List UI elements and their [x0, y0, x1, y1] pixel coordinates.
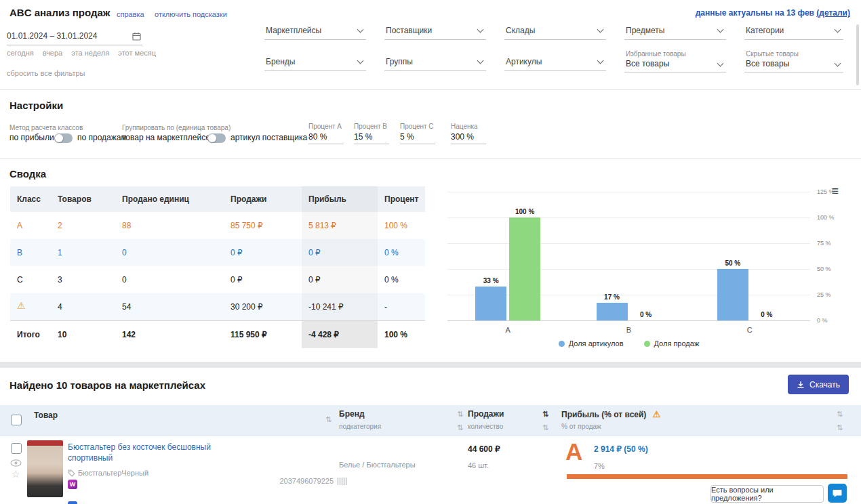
grouping-toggle[interactable]	[207, 133, 226, 143]
filter-subjects[interactable]: Предметы	[624, 23, 726, 40]
profit-header-label: Прибыль (% от всей)	[561, 410, 646, 419]
percent-cell: 0 %	[378, 266, 425, 293]
percent-a-input[interactable]	[308, 131, 344, 144]
product-image[interactable]	[27, 440, 63, 497]
actuality-details-link[interactable]: (детали)	[816, 8, 850, 18]
sales-cell: 0 ₽	[224, 266, 302, 293]
marketplace-badge-partial[interactable]	[68, 501, 77, 504]
chart-bar	[509, 217, 540, 320]
disable-hints-link[interactable]: отключить подсказки	[155, 10, 227, 18]
marketplace-badge-wildberries[interactable]: W	[68, 480, 77, 489]
calendar-icon[interactable]	[132, 31, 141, 43]
product-brand-category: Белье / Бюстгальтеры	[339, 461, 416, 469]
col-header-profit: Прибыль (% от всей) ⚠	[561, 409, 660, 419]
feedback-button[interactable]: Есть вопросы или предложения?	[710, 485, 824, 503]
help-link[interactable]: справка	[117, 10, 144, 18]
markup-input[interactable]	[451, 131, 486, 144]
chart-bar	[717, 269, 748, 320]
sort-icon[interactable]: ⇅	[542, 423, 548, 432]
barcode-icon	[338, 478, 347, 485]
product-profit-link[interactable]: 2 914 ₽ (50 %)	[594, 444, 648, 454]
products-cell: 4	[51, 293, 115, 320]
profit-share-bar	[567, 474, 847, 479]
date-range-input[interactable]	[7, 28, 127, 43]
sales-cell: 0 ₽	[224, 239, 302, 266]
legend-dot-icon	[644, 341, 650, 347]
quick-date-this-week[interactable]: эта неделя	[71, 49, 109, 57]
markup-label: Наценка	[451, 123, 478, 130]
col-header-product: Товар	[34, 411, 58, 420]
filter-label: Поставщики	[386, 26, 432, 35]
legend-item[interactable]: Доля артикулов	[559, 339, 624, 348]
chart-gridline	[447, 320, 810, 321]
filter-suppliers[interactable]: Поставщики	[384, 23, 486, 40]
chevron-down-icon	[717, 60, 724, 67]
date-range-field	[7, 28, 142, 45]
chart-gridline	[447, 243, 810, 244]
download-label: Скачать	[809, 380, 840, 390]
tag-icon	[68, 469, 75, 477]
star-icon[interactable]: ☆	[12, 469, 20, 480]
row-checkbox[interactable]	[11, 443, 22, 454]
reset-filters-link[interactable]: сбросить все фильтры	[7, 69, 85, 77]
col-header-percent: Процент	[378, 186, 425, 212]
filter-hidden-products[interactable]: Скрытые товары Все товары	[744, 50, 843, 72]
download-button[interactable]: Скачать	[788, 375, 849, 394]
sort-icon[interactable]: ⇅	[457, 423, 463, 432]
table-row-class-a: A 2 88 85 750 ₽ 5 813 ₽ 100 %	[10, 212, 425, 239]
quick-date-today[interactable]: сегодня	[7, 49, 34, 57]
sort-icon-active[interactable]: ⇅	[542, 410, 548, 418]
profit-cell: -4 428 ₽	[302, 321, 378, 348]
warning-icon: ⚠	[10, 293, 51, 320]
product-title-link[interactable]: Бюстгальтер без косточек бесшовный спорт…	[68, 442, 237, 463]
grouping-option-article[interactable]: артикул поставщика	[231, 133, 307, 142]
chat-button[interactable]	[828, 484, 847, 503]
grouping-label: Группировать по (единица товара)	[122, 124, 231, 131]
product-class-letter: A	[565, 438, 582, 466]
eye-icon[interactable]	[10, 457, 22, 469]
percent-b-input[interactable]	[354, 131, 389, 144]
method-toggle[interactable]	[54, 133, 73, 143]
filter-label: Скрытые товары	[746, 50, 799, 58]
col-header-products: Товаров	[51, 186, 115, 212]
legend-item[interactable]: Доля продаж	[644, 339, 700, 348]
filter-warehouses[interactable]: Склады	[504, 23, 606, 40]
sort-icon[interactable]: ⇅	[457, 410, 463, 418]
percent-cell: 0 %	[378, 239, 425, 266]
product-sales: 44 600 ₽	[468, 444, 500, 454]
grouping-option-product[interactable]: товар на маркетплейсе	[122, 133, 210, 142]
units-cell: 0	[115, 239, 224, 266]
method-option-sales[interactable]: по продажам	[77, 133, 127, 142]
scrollbar[interactable]	[856, 24, 859, 85]
quick-date-yesterday[interactable]: вчера	[43, 49, 62, 57]
chevron-down-icon	[717, 26, 724, 33]
filter-brands[interactable]: Бренды	[264, 54, 366, 71]
sort-icon[interactable]: ⇅	[837, 410, 843, 418]
filter-marketplaces[interactable]: Маркетплейсы	[264, 23, 366, 40]
filter-favorite-products[interactable]: Избранные товары Все товары	[624, 50, 726, 72]
filter-label: Бренды	[266, 57, 295, 66]
filter-groups[interactable]: Группы	[384, 54, 486, 71]
section-divider	[0, 362, 861, 368]
sort-icon[interactable]: ⇅	[837, 423, 843, 432]
chart-bar	[475, 287, 506, 320]
chart-value-label: 33 %	[475, 277, 506, 285]
product-tag[interactable]: БюстгальтерЧерный	[68, 469, 148, 477]
chevron-down-icon	[477, 26, 484, 33]
page-title: ABC анализ продаж	[9, 7, 110, 18]
chart-value-label: 17 %	[597, 293, 628, 301]
chart-ytick-label: 0 %	[817, 317, 847, 324]
table-row-total: Итого 10 142 115 950 ₽ -4 428 ₽ 100 %	[10, 320, 425, 348]
top-filters-section: ABC анализ продаж справка отключить подс…	[0, 0, 861, 90]
filter-articles[interactable]: Артикулы	[504, 54, 606, 71]
chart-legend: Доля артикуловДоля продаж	[447, 339, 810, 348]
summary-header-row: Класс Товаров Продано единиц Продажи При…	[10, 186, 425, 212]
sort-icon[interactable]: ⇅	[325, 415, 332, 423]
quick-date-this-month[interactable]: этот месяц	[118, 49, 156, 57]
products-header-row: Товар ⇅ Бренд ⇅ подкатегория ⇅ Продажи ⇅…	[0, 405, 861, 436]
method-option-profit[interactable]: по прибыли	[9, 133, 54, 142]
select-all-checkbox[interactable]	[11, 415, 22, 425]
filter-categories[interactable]: Категории	[744, 23, 843, 40]
percent-c-input[interactable]	[400, 131, 435, 144]
chat-icon	[832, 488, 843, 499]
